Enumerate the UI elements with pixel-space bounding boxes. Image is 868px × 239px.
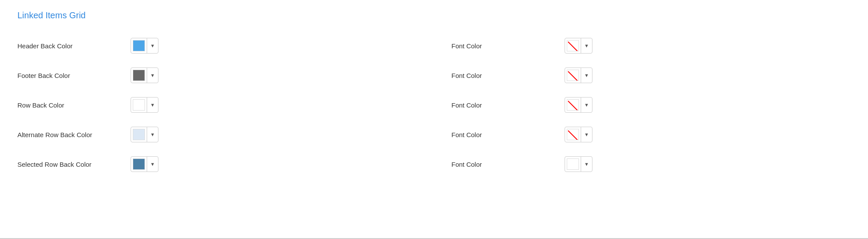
selected-row-font-color-dropdown-arrow[interactable]: ▼ — [581, 157, 592, 172]
alternate-row-font-color-swatch — [565, 127, 581, 142]
page-container: Linked Items Grid Header Back Color▼Foot… — [0, 0, 868, 239]
row-back-color-picker[interactable]: ▼ — [131, 97, 158, 113]
footer-font-color-swatch — [565, 68, 581, 83]
alternate-row-back-color-swatch — [131, 127, 147, 142]
header-font-color-dropdown-arrow[interactable]: ▼ — [581, 38, 592, 53]
row-font-color-swatch — [565, 98, 581, 112]
row-font-color-dropdown-arrow[interactable]: ▼ — [581, 98, 592, 112]
left-row-0: Header Back Color▼ — [17, 31, 434, 61]
footer-back-color-label: Footer Back Color — [17, 72, 131, 79]
left-column: Header Back Color▼Footer Back Color▼Row … — [17, 31, 434, 179]
left-row-4: Selected Row Back Color▼ — [17, 149, 434, 179]
footer-font-color-dropdown-arrow[interactable]: ▼ — [581, 68, 592, 83]
alternate-row-back-color-label: Alternate Row Back Color — [17, 131, 131, 138]
header-back-color-label: Header Back Color — [17, 42, 131, 50]
selected-row-back-color-picker[interactable]: ▼ — [131, 156, 158, 172]
footer-font-color-picker[interactable]: ▼ — [565, 67, 592, 83]
right-row-2: Font Color▼ — [451, 90, 851, 120]
selected-row-font-color-swatch — [565, 157, 581, 172]
section-title: Linked Items Grid — [17, 10, 851, 20]
selected-row-back-color-label: Selected Row Back Color — [17, 161, 131, 168]
footer-back-color-dropdown-arrow[interactable]: ▼ — [147, 68, 158, 83]
alternate-row-font-color-picker[interactable]: ▼ — [565, 127, 592, 142]
footer-back-color-picker[interactable]: ▼ — [131, 67, 158, 83]
header-font-color-picker[interactable]: ▼ — [565, 38, 592, 54]
right-row-4: Font Color▼ — [451, 149, 851, 179]
alternate-row-font-color-dropdown-arrow[interactable]: ▼ — [581, 127, 592, 142]
header-back-color-picker[interactable]: ▼ — [131, 38, 158, 54]
header-font-color-label: Font Color — [451, 42, 565, 50]
left-row-2: Row Back Color▼ — [17, 90, 434, 120]
row-back-color-swatch — [131, 98, 147, 112]
grid-settings: Header Back Color▼Footer Back Color▼Row … — [17, 31, 851, 179]
header-back-color-swatch — [131, 38, 147, 53]
selected-row-back-color-dropdown-arrow[interactable]: ▼ — [147, 157, 158, 172]
right-row-1: Font Color▼ — [451, 61, 851, 90]
selected-row-back-color-swatch — [131, 157, 147, 172]
left-row-1: Footer Back Color▼ — [17, 61, 434, 90]
right-row-0: Font Color▼ — [451, 31, 851, 61]
footer-back-color-swatch — [131, 68, 147, 83]
footer-font-color-label: Font Color — [451, 72, 565, 79]
header-font-color-swatch — [565, 38, 581, 53]
row-font-color-picker[interactable]: ▼ — [565, 97, 592, 113]
right-row-3: Font Color▼ — [451, 120, 851, 149]
right-column: Font Color▼Font Color▼Font Color▼Font Co… — [434, 31, 851, 179]
row-back-color-dropdown-arrow[interactable]: ▼ — [147, 98, 158, 112]
row-font-color-label: Font Color — [451, 101, 565, 109]
left-row-3: Alternate Row Back Color▼ — [17, 120, 434, 149]
header-back-color-dropdown-arrow[interactable]: ▼ — [147, 38, 158, 53]
alternate-row-back-color-picker[interactable]: ▼ — [131, 127, 158, 142]
selected-row-font-color-label: Font Color — [451, 161, 565, 168]
alternate-row-font-color-label: Font Color — [451, 131, 565, 138]
alternate-row-back-color-dropdown-arrow[interactable]: ▼ — [147, 127, 158, 142]
selected-row-font-color-picker[interactable]: ▼ — [565, 156, 592, 172]
row-back-color-label: Row Back Color — [17, 101, 131, 109]
